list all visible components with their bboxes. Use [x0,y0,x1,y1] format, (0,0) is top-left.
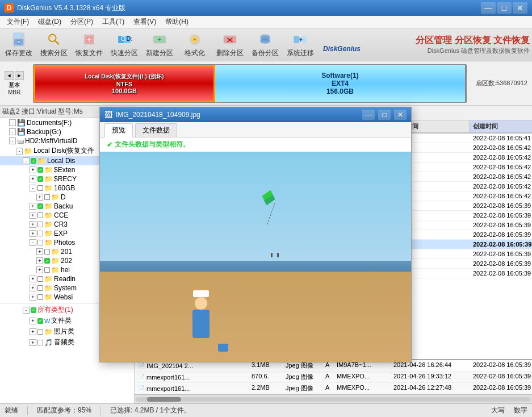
expand-icon[interactable]: - [30,239,36,246]
disk-nav-next[interactable]: ► [15,71,24,80]
tree-label: 202 [61,257,72,265]
expand-icon[interactable]: - [30,185,36,191]
disk-partition-type: MBR [8,89,20,95]
cell-created: 2022-02-08 16:05:42 [470,143,532,152]
popup-tab-filedata[interactable]: 文件数据 [135,123,177,137]
popup-maximize-button[interactable]: □ [378,110,391,120]
expand-icon[interactable]: + [36,257,43,264]
expand-icon[interactable]: - [9,119,16,126]
expand-icon[interactable]: + [36,266,43,273]
disk-map: ◄ ► 基本 MBR Local Disk(恢复文件)(I:)-(损坏) NTF… [0,61,532,106]
expand-icon[interactable]: + [30,328,36,335]
col-created[interactable]: 创建时间 [470,120,532,132]
maximize-button[interactable]: □ [497,2,512,14]
bucket [218,344,228,352]
cell-created: 2022-02-08 16:05:39 [470,240,532,249]
cell-id: MMEXPO... [333,372,390,382]
toolbar-format-button[interactable]: 格式化 [178,30,211,60]
check-empty-icon [44,267,50,273]
horizontal-scrollbar[interactable] [135,394,532,403]
person [187,294,215,345]
disk-icon: 💾 [17,119,26,127]
minimize-button[interactable]: — [481,2,496,14]
expand-icon[interactable]: - [9,128,16,135]
toolbar-restore-button[interactable]: 恢复文件 [73,30,106,60]
popup-minimize-button[interactable]: — [362,110,375,120]
partition-software-label: Software(1) [321,72,358,80]
toolbar-backup-button[interactable]: 备份分区 [249,30,282,60]
check-green-icon: ✓ [44,258,50,264]
scroll-thumb[interactable] [147,397,181,402]
expand-icon[interactable]: + [30,212,36,219]
toolbar-delete-partition-button[interactable]: 删除分区 [213,30,246,60]
expand-icon[interactable]: + [30,230,36,237]
popup-close-button[interactable]: ✕ [394,110,407,120]
image-preview-popup: 🖼 IMG_20210418_104909.jpg — □ ✕ 预览 文件数据 … [99,107,412,362]
cell-created: 2022-02-08 16:05:42 [470,153,532,162]
expand-icon[interactable]: - [23,157,30,164]
popup-title-bar: 🖼 IMG_20210418_104909.jpg — □ ✕ [100,107,411,122]
cell-created: 2022-02-08 16:05:42 [470,172,532,181]
status-check-icon: ✔ [107,141,112,149]
folder-yellow-icon: 📁 [44,239,53,247]
toolbar-save-button[interactable]: 保存更改 [2,30,35,60]
menu-disk[interactable]: 磁盘(D) [33,16,66,28]
menu-help[interactable]: 帮助(H) [161,16,193,28]
popup-title-text: IMG_20210418_104909.jpg [116,111,359,119]
expand-icon[interactable]: + [36,194,43,201]
menu-file[interactable]: 文件(F) [2,16,33,28]
expand-icon[interactable]: - [23,307,30,314]
folder-yellow-icon: 📁 [44,166,53,174]
expand-icon[interactable]: + [36,248,43,255]
tree-label: 文件类 [51,316,72,326]
tree-label: $Exten [54,166,75,174]
expand-icon[interactable]: - [9,137,16,144]
expand-icon[interactable]: + [30,203,36,210]
partition-software[interactable]: Software(1) EXT4 156.0GB [215,65,466,102]
tree-label: HD2:MsftVirtualD [25,137,77,145]
tree-label: 照片类 [54,327,74,336]
table-row-bottom[interactable]: 📄mmexport161... 2.2MB Jpeg 图像 A MMEXPO..… [135,383,532,394]
cell-created: 2022-02-08 16:05:39 [470,201,532,210]
disk-nav-prev[interactable]: ◄ [5,71,14,80]
tree-label: Local Dis [47,157,75,165]
bottom-file-area: 📄IMG_202104 2... 3.1MB Jpeg 图像 A IM9A7B~… [135,359,532,394]
person-head [195,297,207,310]
expand-icon[interactable]: + [30,339,36,346]
toolbar-quick-partition-button[interactable]: C: D: 快速分区 [108,30,141,60]
expand-icon[interactable]: + [30,221,36,228]
svg-text:D:: D: [127,35,133,42]
check-empty-icon [37,185,43,191]
expand-icon[interactable]: + [30,285,36,291]
svg-point-8 [51,36,53,38]
toolbar-migrate-button[interactable]: 系统迁移 [284,30,317,60]
expand-icon[interactable]: - [16,148,23,155]
tree-label: Websi [54,293,73,301]
toolbar-new-partition-button[interactable]: + 新建分区 [143,30,176,60]
folder-icon: 📁 [37,157,46,165]
partition-local-fs: NTFS [116,81,133,87]
expand-icon[interactable]: + [30,176,36,182]
disk-nav-arrows: ◄ ► [5,71,24,80]
partition-local[interactable]: Local Disk(恢复文件)(I:)-(损坏) NTFS 100.0GB [33,65,215,102]
partition-software-fs: EXT4 [332,80,349,87]
popup-title-icon: 🖼 [104,110,112,119]
check-green-icon: ✓ [31,158,36,164]
brand: DiskGenius 分区管理 分区恢复 文件恢复 DiskGenius 磁盘管… [320,28,530,61]
popup-tab-preview[interactable]: 预览 [104,123,133,137]
menu-tools[interactable]: 工具(T) [98,16,129,28]
partition-local-label: Local Disk(恢复文件)(I:)-(损坏) [85,73,164,81]
table-row-bottom[interactable]: 📄mmexport161... 870.6. Jpeg 图像 A MMEXPO.… [135,372,532,383]
expand-icon[interactable]: + [30,276,36,282]
cell-created: 2022-02-08 16:05:42 [470,182,532,191]
toolbar-search-button[interactable]: 搜索分区 [37,30,70,60]
menu-partition[interactable]: 分区(P) [66,16,98,28]
svg-point-25 [260,38,270,43]
expand-icon[interactable]: + [30,166,36,173]
menu-view[interactable]: 查看(V) [129,16,161,28]
expand-icon[interactable]: + [30,318,36,324]
close-button[interactable]: ✕ [513,2,527,14]
partition-icon: 📁 [24,147,32,155]
expand-icon[interactable]: + [30,294,36,301]
folder-yellow-icon: 📁 [44,211,53,219]
